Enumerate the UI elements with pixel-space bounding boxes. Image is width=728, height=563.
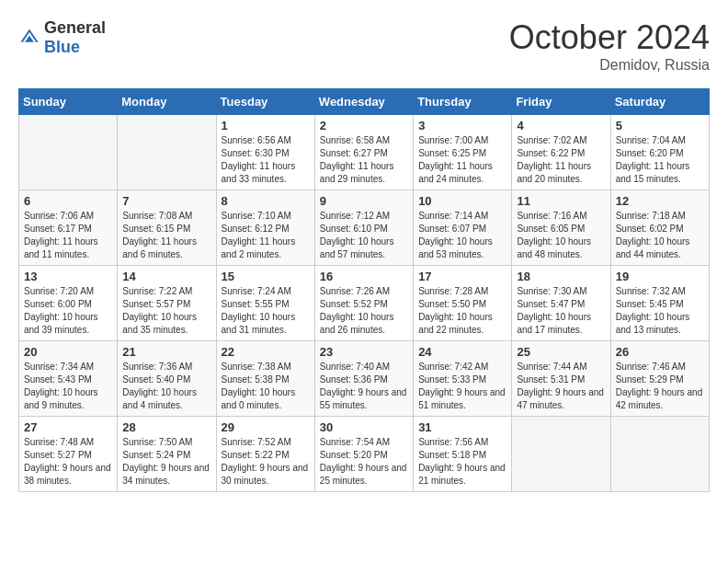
calendar-week-row: 13 Sunrise: 7:20 AMSunset: 6:00 PMDaylig…	[19, 266, 710, 341]
day-info: Sunrise: 7:38 AMSunset: 5:38 PMDaylight:…	[222, 362, 296, 410]
calendar-cell: 2 Sunrise: 6:58 AMSunset: 6:27 PMDayligh…	[314, 115, 413, 190]
day-info: Sunrise: 7:02 AMSunset: 6:22 PMDaylight:…	[517, 135, 591, 184]
day-info: Sunrise: 7:50 AMSunset: 5:24 PMDaylight:…	[122, 437, 210, 486]
day-number: 25	[517, 345, 605, 359]
day-info: Sunrise: 7:12 AMSunset: 6:10 PMDaylight:…	[320, 211, 394, 259]
day-info: Sunrise: 6:58 AMSunset: 6:27 PMDaylight:…	[320, 135, 394, 184]
day-number: 19	[616, 270, 704, 283]
day-number: 10	[418, 194, 506, 208]
calendar-table: SundayMondayTuesdayWednesdayThursdayFrid…	[18, 88, 710, 492]
day-number: 16	[320, 270, 408, 283]
calendar-cell: 29 Sunrise: 7:52 AMSunset: 5:22 PMDaylig…	[216, 417, 314, 492]
logo: General Blue	[18, 18, 106, 57]
calendar-cell: 17 Sunrise: 7:28 AMSunset: 5:50 PMDaylig…	[414, 266, 512, 341]
day-info: Sunrise: 7:16 AMSunset: 6:05 PMDaylight:…	[517, 211, 591, 259]
page-header: General Blue October 2024 Demidov, Russi…	[18, 18, 710, 74]
calendar-week-row: 1 Sunrise: 6:56 AMSunset: 6:30 PMDayligh…	[19, 115, 710, 190]
calendar-cell: 19 Sunrise: 7:32 AMSunset: 5:45 PMDaylig…	[610, 266, 709, 341]
day-info: Sunrise: 7:04 AMSunset: 6:20 PMDaylight:…	[616, 135, 690, 184]
day-info: Sunrise: 7:06 AMSunset: 6:17 PMDaylight:…	[24, 211, 98, 259]
weekday-header-tuesday: Tuesday	[216, 89, 314, 115]
day-info: Sunrise: 7:46 AMSunset: 5:29 PMDaylight:…	[616, 362, 703, 410]
day-number: 23	[320, 345, 408, 359]
day-info: Sunrise: 7:00 AMSunset: 6:25 PMDaylight:…	[418, 135, 493, 184]
day-info: Sunrise: 7:34 AMSunset: 5:43 PMDaylight:…	[24, 362, 98, 410]
day-number: 12	[616, 194, 704, 208]
day-number: 3	[418, 119, 506, 132]
calendar-cell: 18 Sunrise: 7:30 AMSunset: 5:47 PMDaylig…	[512, 266, 610, 341]
day-number: 27	[24, 420, 112, 434]
calendar-week-row: 6 Sunrise: 7:06 AMSunset: 6:17 PMDayligh…	[19, 190, 710, 266]
day-info: Sunrise: 7:08 AMSunset: 6:15 PMDaylight:…	[122, 211, 197, 259]
day-info: Sunrise: 6:56 AMSunset: 6:30 PMDaylight:…	[222, 135, 296, 184]
calendar-cell: 12 Sunrise: 7:18 AMSunset: 6:02 PMDaylig…	[610, 190, 709, 266]
month-title: October 2024	[509, 18, 710, 57]
weekday-header-friday: Friday	[512, 89, 610, 115]
day-number: 7	[122, 194, 210, 208]
day-number: 21	[122, 345, 210, 359]
day-number: 17	[418, 270, 506, 283]
day-info: Sunrise: 7:42 AMSunset: 5:33 PMDaylight:…	[418, 362, 506, 410]
weekday-header-monday: Monday	[118, 89, 216, 115]
calendar-cell: 6 Sunrise: 7:06 AMSunset: 6:17 PMDayligh…	[19, 190, 118, 266]
calendar-cell	[512, 417, 610, 492]
calendar-cell: 13 Sunrise: 7:20 AMSunset: 6:00 PMDaylig…	[19, 266, 118, 341]
day-info: Sunrise: 7:24 AMSunset: 5:55 PMDaylight:…	[222, 286, 296, 335]
day-info: Sunrise: 7:32 AMSunset: 5:45 PMDaylight:…	[616, 286, 690, 335]
calendar-cell: 11 Sunrise: 7:16 AMSunset: 6:05 PMDaylig…	[512, 190, 610, 266]
day-info: Sunrise: 7:48 AMSunset: 5:27 PMDaylight:…	[24, 437, 111, 486]
weekday-header-wednesday: Wednesday	[314, 89, 413, 115]
day-info: Sunrise: 7:26 AMSunset: 5:52 PMDaylight:…	[320, 286, 394, 335]
calendar-week-row: 20 Sunrise: 7:34 AMSunset: 5:43 PMDaylig…	[19, 341, 710, 417]
day-number: 29	[222, 420, 310, 434]
day-number: 4	[517, 119, 605, 132]
calendar-cell: 5 Sunrise: 7:04 AMSunset: 6:20 PMDayligh…	[610, 115, 709, 190]
day-number: 31	[418, 420, 506, 434]
calendar-cell: 26 Sunrise: 7:46 AMSunset: 5:29 PMDaylig…	[610, 341, 709, 417]
calendar-cell: 20 Sunrise: 7:34 AMSunset: 5:43 PMDaylig…	[19, 341, 118, 417]
day-number: 2	[320, 119, 408, 132]
calendar-cell: 31 Sunrise: 7:56 AMSunset: 5:18 PMDaylig…	[414, 417, 512, 492]
calendar-cell: 15 Sunrise: 7:24 AMSunset: 5:55 PMDaylig…	[216, 266, 314, 341]
day-number: 24	[418, 345, 506, 359]
calendar-cell: 24 Sunrise: 7:42 AMSunset: 5:33 PMDaylig…	[414, 341, 512, 417]
day-info: Sunrise: 7:22 AMSunset: 5:57 PMDaylight:…	[122, 286, 197, 335]
calendar-cell: 21 Sunrise: 7:36 AMSunset: 5:40 PMDaylig…	[118, 341, 216, 417]
calendar-cell: 3 Sunrise: 7:00 AMSunset: 6:25 PMDayligh…	[414, 115, 512, 190]
calendar-cell	[610, 417, 709, 492]
calendar-cell: 25 Sunrise: 7:44 AMSunset: 5:31 PMDaylig…	[512, 341, 610, 417]
day-number: 26	[616, 345, 704, 359]
day-info: Sunrise: 7:54 AMSunset: 5:20 PMDaylight:…	[320, 437, 407, 486]
day-number: 15	[222, 270, 310, 283]
day-number: 20	[24, 345, 112, 359]
day-info: Sunrise: 7:40 AMSunset: 5:36 PMDaylight:…	[320, 362, 407, 410]
day-info: Sunrise: 7:14 AMSunset: 6:07 PMDaylight:…	[418, 211, 493, 259]
day-number: 14	[122, 270, 210, 283]
calendar-cell: 23 Sunrise: 7:40 AMSunset: 5:36 PMDaylig…	[314, 341, 413, 417]
calendar-cell	[19, 115, 118, 190]
calendar-cell: 22 Sunrise: 7:38 AMSunset: 5:38 PMDaylig…	[216, 341, 314, 417]
calendar-cell: 30 Sunrise: 7:54 AMSunset: 5:20 PMDaylig…	[314, 417, 413, 492]
day-number: 9	[320, 194, 408, 208]
weekday-header-thursday: Thursday	[414, 89, 512, 115]
day-number: 18	[517, 270, 605, 283]
weekday-header-sunday: Sunday	[19, 89, 118, 115]
location-title: Demidov, Russia	[509, 57, 710, 74]
day-number: 11	[517, 194, 605, 208]
day-number: 1	[222, 119, 310, 132]
logo-icon	[18, 27, 40, 49]
day-number: 28	[122, 420, 210, 434]
calendar-cell: 28 Sunrise: 7:50 AMSunset: 5:24 PMDaylig…	[118, 417, 216, 492]
logo-blue: Blue	[44, 38, 80, 56]
day-info: Sunrise: 7:44 AMSunset: 5:31 PMDaylight:…	[517, 362, 604, 410]
calendar-cell: 10 Sunrise: 7:14 AMSunset: 6:07 PMDaylig…	[414, 190, 512, 266]
weekday-header-row: SundayMondayTuesdayWednesdayThursdayFrid…	[19, 89, 710, 115]
day-info: Sunrise: 7:56 AMSunset: 5:18 PMDaylight:…	[418, 437, 506, 486]
day-number: 22	[222, 345, 310, 359]
day-number: 30	[320, 420, 408, 434]
title-block: October 2024 Demidov, Russia	[509, 18, 710, 74]
day-info: Sunrise: 7:52 AMSunset: 5:22 PMDaylight:…	[222, 437, 309, 486]
calendar-cell	[118, 115, 216, 190]
calendar-cell: 9 Sunrise: 7:12 AMSunset: 6:10 PMDayligh…	[314, 190, 413, 266]
calendar-week-row: 27 Sunrise: 7:48 AMSunset: 5:27 PMDaylig…	[19, 417, 710, 492]
